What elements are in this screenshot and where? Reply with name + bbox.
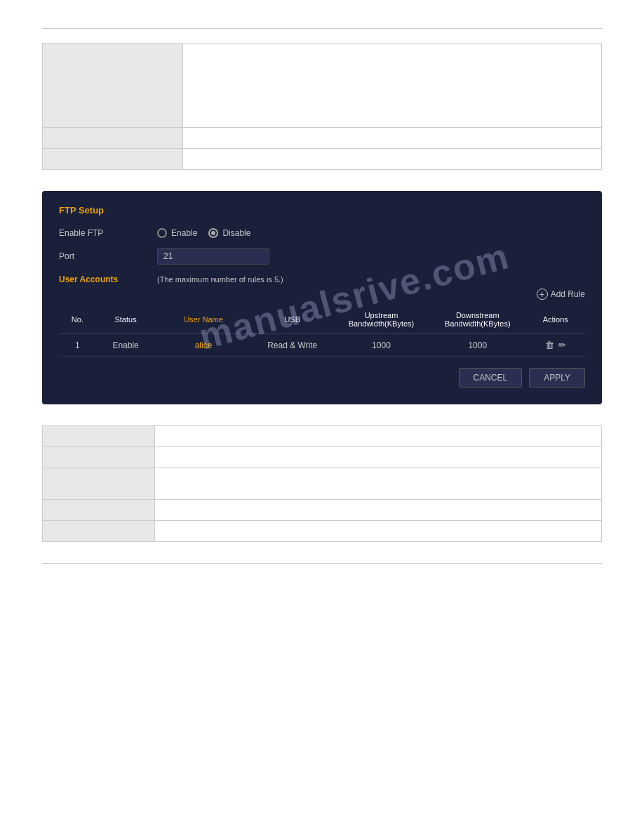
row-no: 1 (59, 334, 96, 357)
table-header-cell (43, 426, 155, 447)
ftp-button-row: CANCEL APPLY (59, 368, 585, 388)
edit-icon[interactable]: ✏ (558, 340, 566, 350)
ftp-accounts-table: No. Status User Name USB UpstreamBandwid… (59, 305, 585, 357)
disable-radio-label: Disable (222, 228, 250, 238)
table-row (43, 500, 602, 521)
row-username: alice (155, 334, 251, 357)
ftp-setup-panel: FTP Setup Enable FTP Enable Disable Port (42, 191, 602, 404)
table-header-cell (43, 128, 183, 149)
cancel-button[interactable]: CANCEL (459, 368, 523, 388)
row-status: Enable (96, 334, 156, 357)
add-rule-row: + Add Rule (59, 289, 585, 300)
table-header-cell (43, 468, 155, 500)
ftp-panel-title: FTP Setup (59, 205, 585, 216)
enable-ftp-row: Enable FTP Enable Disable (59, 228, 585, 238)
bottom-divider (42, 563, 602, 564)
table-row (43, 149, 602, 170)
table-data-cell (183, 149, 602, 170)
col-no-header: No. (59, 305, 96, 334)
table-row (43, 447, 602, 468)
enable-ftp-radio-group[interactable]: Enable Disable (157, 228, 250, 238)
col-status-header: Status (96, 305, 156, 334)
row-downstream: 1000 (429, 334, 525, 357)
col-upstream-header: UpstreamBandwidth(KBytes) (333, 305, 429, 334)
bottom-info-table (42, 425, 602, 542)
table-data-cell (183, 44, 602, 128)
table-header-cell (43, 521, 155, 542)
ftp-table-header-row: No. Status User Name USB UpstreamBandwid… (59, 305, 585, 334)
table-data-cell (155, 447, 602, 468)
action-icons-group: 🗑 ✏ (530, 340, 581, 350)
disable-radio-option[interactable]: Disable (208, 228, 250, 238)
table-header-cell (43, 149, 183, 170)
add-rule-button[interactable]: + Add Rule (537, 289, 585, 300)
user-accounts-row: User Accounts (The maximum number of rul… (59, 274, 585, 284)
enable-radio-option[interactable]: Enable (157, 228, 197, 238)
table-data-cell (155, 468, 602, 500)
user-accounts-note: (The maximum number of rules is 5.) (157, 275, 283, 284)
table-header-cell (43, 447, 155, 468)
row-upstream: 1000 (333, 334, 429, 357)
table-row (43, 426, 602, 447)
table-data-cell (183, 128, 602, 149)
col-downstream-header: DownstreamBandwidth(KBytes) (429, 305, 525, 334)
add-rule-label: Add Rule (551, 289, 585, 299)
enable-ftp-label: Enable FTP (59, 228, 157, 238)
apply-button[interactable]: APPLY (529, 368, 585, 388)
col-usb-header: USB (252, 305, 333, 334)
table-header-cell (43, 500, 155, 521)
table-row (43, 128, 602, 149)
table-row (43, 44, 602, 128)
table-row (43, 468, 602, 500)
ftp-table-row: 1 Enable alice Read & Write 1000 1000 🗑 … (59, 334, 585, 357)
table-data-cell (155, 500, 602, 521)
table-row (43, 521, 602, 542)
add-rule-icon: + (537, 289, 548, 300)
top-info-table (42, 43, 602, 170)
disable-radio-circle (208, 228, 218, 238)
delete-icon[interactable]: 🗑 (545, 340, 554, 350)
table-header-cell (43, 44, 183, 128)
table-data-cell (155, 426, 602, 447)
port-input[interactable] (157, 248, 269, 265)
col-actions-header: Actions (525, 305, 585, 334)
port-label: Port (59, 251, 157, 261)
user-accounts-label: User Accounts (59, 274, 157, 284)
top-divider (42, 28, 602, 29)
row-usb: Read & Write (252, 334, 333, 357)
table-data-cell (155, 521, 602, 542)
row-actions: 🗑 ✏ (525, 334, 585, 357)
enable-radio-circle (157, 228, 167, 238)
port-row: Port (59, 248, 585, 265)
col-username-header: User Name (155, 305, 251, 334)
enable-radio-label: Enable (171, 228, 197, 238)
